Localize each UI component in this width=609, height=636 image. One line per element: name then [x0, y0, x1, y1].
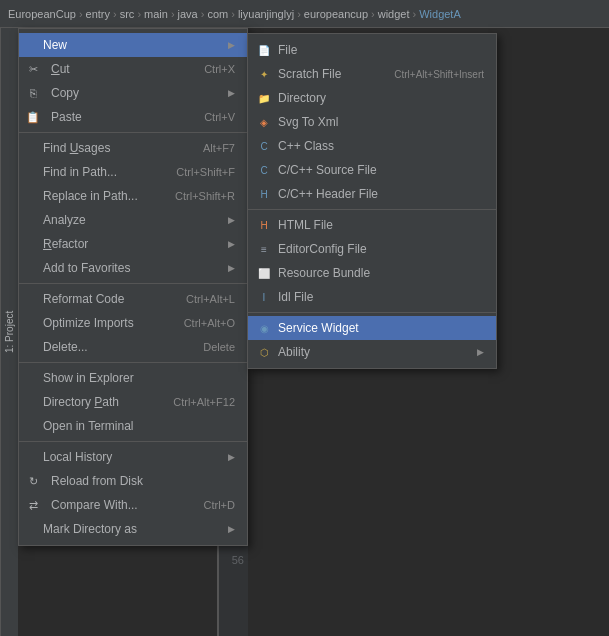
- breadcrumb-current[interactable]: WidgetA: [419, 8, 461, 20]
- menu-item-paste[interactable]: 📋 Paste Ctrl+V: [19, 105, 247, 129]
- breadcrumb-bar: EuropeanCup › entry › src › main › java …: [0, 0, 609, 28]
- menu-analyze-label: Analyze: [43, 213, 86, 227]
- sep1: [19, 132, 247, 133]
- menu-reformat-label: Reformat Code: [43, 292, 124, 306]
- scratch-icon: ✦: [256, 66, 272, 82]
- menu-paste-shortcut: Ctrl+V: [204, 111, 235, 123]
- submenu-editorconfig-label: EditorConfig File: [278, 242, 367, 256]
- directory-icon: 📁: [256, 90, 272, 106]
- menu-item-cut[interactable]: ✂ Cut Ctrl+X: [19, 57, 247, 81]
- menu-item-copy[interactable]: ⎘ Copy ▶: [19, 81, 247, 105]
- menu-item-mark-dir[interactable]: Mark Directory as ▶: [19, 517, 247, 541]
- submenu-scratch-label: Scratch File: [278, 67, 341, 81]
- submenu-item-ability[interactable]: ⬡ Ability ▶: [248, 340, 496, 364]
- menu-item-new-label: New: [43, 38, 67, 52]
- menu-item-delete[interactable]: Delete... Delete: [19, 335, 247, 359]
- sep3: [19, 362, 247, 363]
- menu-mark-dir-label: Mark Directory as: [43, 522, 137, 536]
- menu-item-show-explorer[interactable]: Show in Explorer: [19, 366, 247, 390]
- menu-favorites-label: Add to Favorites: [43, 261, 130, 275]
- cpp-header-icon: H: [256, 186, 272, 202]
- menu-item-directory-path[interactable]: Directory Path Ctrl+Alt+F12: [19, 390, 247, 414]
- breadcrumb-item-0[interactable]: EuropeanCup: [8, 8, 76, 20]
- ability-icon: ⬡: [256, 344, 272, 360]
- menu-item-reload[interactable]: ↻ Reload from Disk: [19, 469, 247, 493]
- submenu-item-cpp-class[interactable]: C C++ Class: [248, 134, 496, 158]
- submenu-ability-label: Ability: [278, 345, 310, 359]
- menu-copy-label: Copy: [51, 86, 79, 100]
- menu-find-usages-label: Find Usages: [43, 141, 110, 155]
- menu-show-explorer-label: Show in Explorer: [43, 371, 134, 385]
- editorconfig-icon: ≡: [256, 241, 272, 257]
- menu-paste-label: Paste: [51, 110, 82, 124]
- submenu-sep1: [248, 209, 496, 210]
- menu-delete-label: Delete...: [43, 340, 88, 354]
- submenu-item-svg[interactable]: ◈ Svg To Xml: [248, 110, 496, 134]
- menu-terminal-label: Open in Terminal: [43, 419, 134, 433]
- menu-optimize-label: Optimize Imports: [43, 316, 134, 330]
- submenu-item-service-widget[interactable]: ◉ Service Widget: [248, 316, 496, 340]
- service-icon: ◉: [256, 320, 272, 336]
- menu-cut-label: Cut: [51, 62, 70, 76]
- copy-submenu-arrow: ▶: [228, 88, 235, 98]
- breadcrumb-item-4[interactable]: java: [178, 8, 198, 20]
- submenu-item-editorconfig[interactable]: ≡ EditorConfig File: [248, 237, 496, 261]
- breadcrumb-item-7[interactable]: europeancup: [304, 8, 368, 20]
- idl-icon: I: [256, 289, 272, 305]
- menu-refactor-label: Refactor: [43, 237, 88, 251]
- breadcrumb-item-1[interactable]: entry: [86, 8, 110, 20]
- submenu-cpp-class-label: C++ Class: [278, 139, 334, 153]
- menu-find-path-label: Find in Path...: [43, 165, 117, 179]
- menu-item-refactor[interactable]: Refactor ▶: [19, 232, 247, 256]
- copy-icon: ⎘: [25, 85, 41, 101]
- menu-item-reformat[interactable]: Reformat Code Ctrl+Alt+L: [19, 287, 247, 311]
- breadcrumb-item-3[interactable]: main: [144, 8, 168, 20]
- file-icon: 📄: [256, 42, 272, 58]
- menu-item-optimize[interactable]: Optimize Imports Ctrl+Alt+O: [19, 311, 247, 335]
- submenu-arrow-icon: ▶: [228, 40, 235, 50]
- cut-icon: ✂: [25, 61, 41, 77]
- menu-item-new[interactable]: New ▶ 📄 File ✦ Scratch File Ctrl+Alt+Shi…: [19, 33, 247, 57]
- breadcrumb-item-6[interactable]: liyuanjinglyj: [238, 8, 294, 20]
- menu-delete-shortcut: Delete: [203, 341, 235, 353]
- submenu-idl-label: Idl File: [278, 290, 313, 304]
- context-menu-overlay: New ▶ 📄 File ✦ Scratch File Ctrl+Alt+Shi…: [18, 28, 248, 546]
- cpp-source-icon: C: [256, 162, 272, 178]
- resource-icon: ⬜: [256, 265, 272, 281]
- menu-item-replace-path[interactable]: Replace in Path... Ctrl+Shift+R: [19, 184, 247, 208]
- analyze-arrow-icon: ▶: [228, 215, 235, 225]
- menu-optimize-shortcut: Ctrl+Alt+O: [184, 317, 235, 329]
- submenu-item-scratch[interactable]: ✦ Scratch File Ctrl+Alt+Shift+Insert: [248, 62, 496, 86]
- submenu-item-directory[interactable]: 📁 Directory: [248, 86, 496, 110]
- menu-item-local-history[interactable]: Local History ▶: [19, 445, 247, 469]
- line-number: 56: [232, 550, 244, 570]
- submenu-item-cpp-source[interactable]: C C/C++ Source File: [248, 158, 496, 182]
- menu-item-analyze[interactable]: Analyze ▶: [19, 208, 247, 232]
- submenu-item-html[interactable]: H HTML File: [248, 213, 496, 237]
- submenu-item-resource[interactable]: ⬜ Resource Bundle: [248, 261, 496, 285]
- menu-compare-label: Compare With...: [51, 498, 138, 512]
- menu-find-usages-shortcut: Alt+F7: [203, 142, 235, 154]
- submenu-cpp-source-label: C/C++ Source File: [278, 163, 377, 177]
- menu-item-terminal[interactable]: Open in Terminal: [19, 414, 247, 438]
- breadcrumb-item-8[interactable]: widget: [378, 8, 410, 20]
- menu-item-compare[interactable]: ⇄ Compare With... Ctrl+D: [19, 493, 247, 517]
- breadcrumb-item-2[interactable]: src: [120, 8, 135, 20]
- menu-dir-path-shortcut: Ctrl+Alt+F12: [173, 396, 235, 408]
- reload-icon: ↻: [25, 473, 41, 489]
- breadcrumb-item-5[interactable]: com: [207, 8, 228, 20]
- new-submenu: 📄 File ✦ Scratch File Ctrl+Alt+Shift+Ins…: [247, 33, 497, 369]
- menu-item-find-path[interactable]: Find in Path... Ctrl+Shift+F: [19, 160, 247, 184]
- submenu-item-idl[interactable]: I Idl File: [248, 285, 496, 309]
- submenu-item-cpp-header[interactable]: H C/C++ Header File: [248, 182, 496, 206]
- menu-item-favorites[interactable]: Add to Favorites ▶: [19, 256, 247, 280]
- menu-cut-shortcut: Ctrl+X: [204, 63, 235, 75]
- submenu-sep2: [248, 312, 496, 313]
- submenu-item-file[interactable]: 📄 File: [248, 38, 496, 62]
- menu-replace-path-shortcut: Ctrl+Shift+R: [175, 190, 235, 202]
- menu-replace-path-label: Replace in Path...: [43, 189, 138, 203]
- cpp-class-icon: C: [256, 138, 272, 154]
- side-panel-label[interactable]: 1: Project: [0, 28, 18, 636]
- favorites-arrow-icon: ▶: [228, 263, 235, 273]
- menu-item-find-usages[interactable]: Find Usages Alt+F7: [19, 136, 247, 160]
